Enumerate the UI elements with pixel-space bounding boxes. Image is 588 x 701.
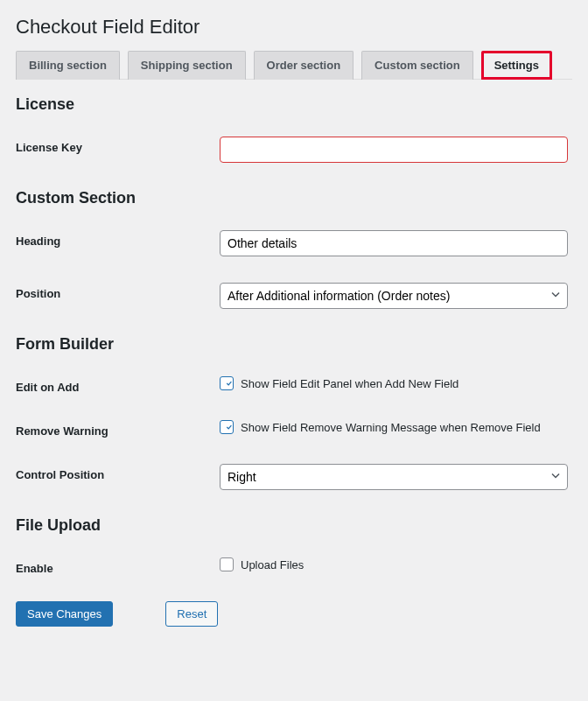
edit-on-add-checkbox[interactable]	[220, 376, 234, 390]
custom-section-heading: Custom Section	[16, 189, 572, 207]
action-buttons: Save Changes Reset	[16, 601, 572, 627]
tab-shipping[interactable]: Shipping section	[128, 51, 246, 80]
remove-warning-text: Show Field Remove Warning Message when R…	[241, 421, 541, 434]
license-key-input[interactable]	[220, 137, 568, 163]
tab-custom[interactable]: Custom section	[361, 51, 473, 80]
tab-settings[interactable]: Settings	[481, 51, 552, 80]
edit-on-add-label: Edit on Add	[16, 376, 220, 394]
form-builder-section: Form Builder Edit on Add Show Field Edit…	[16, 335, 572, 490]
tabs-nav: Billing section Shipping section Order s…	[16, 51, 572, 80]
control-position-label: Control Position	[16, 464, 220, 481]
tab-billing[interactable]: Billing section	[16, 51, 120, 80]
enable-text: Upload Files	[241, 558, 304, 571]
control-position-select[interactable]: Right	[220, 464, 568, 490]
edit-on-add-text: Show Field Edit Panel when Add New Field	[241, 377, 458, 390]
enable-label: Enable	[16, 557, 220, 575]
license-key-label: License Key	[16, 137, 220, 154]
save-button[interactable]: Save Changes	[16, 601, 113, 627]
page-title: Checkout Field Editor	[16, 16, 572, 39]
position-label: Position	[16, 283, 220, 300]
position-select[interactable]: After Additional information (Order note…	[220, 283, 568, 309]
license-heading: License	[16, 95, 572, 114]
reset-button[interactable]: Reset	[165, 601, 218, 627]
heading-input[interactable]	[220, 230, 568, 256]
remove-warning-checkbox[interactable]	[220, 420, 234, 434]
enable-checkbox[interactable]	[220, 557, 234, 571]
remove-warning-label: Remove Warning	[16, 420, 220, 438]
custom-section: Custom Section Heading Position After Ad…	[16, 189, 572, 309]
file-upload-heading: File Upload	[16, 516, 572, 535]
form-builder-heading: Form Builder	[16, 335, 572, 354]
license-section: License License Key	[16, 95, 572, 163]
heading-label: Heading	[16, 230, 220, 248]
file-upload-section: File Upload Enable Upload Files	[16, 516, 572, 575]
tab-order[interactable]: Order section	[254, 51, 354, 80]
